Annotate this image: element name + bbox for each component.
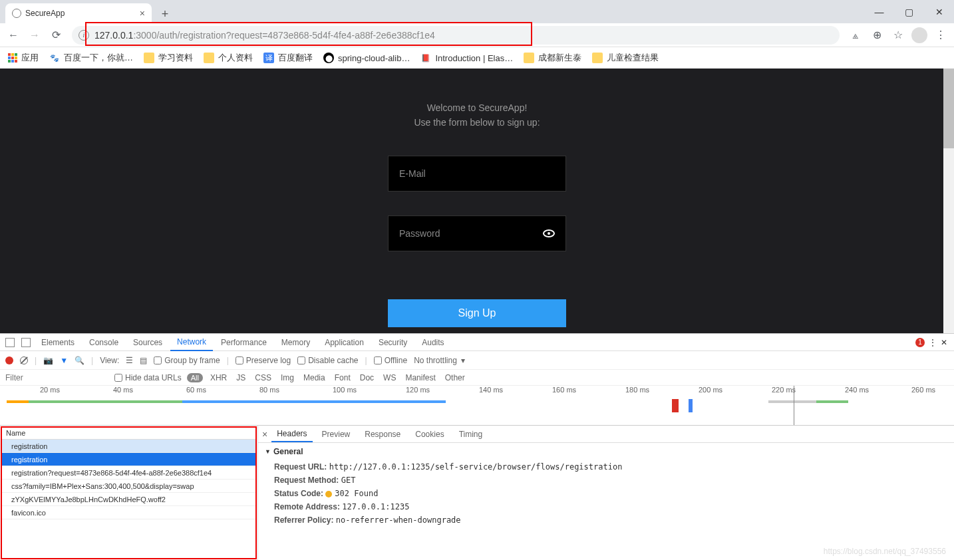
throttle-select[interactable]: No throttling ▾ (414, 356, 465, 365)
request-list-panel: Name registration registration registrat… (1, 426, 257, 559)
folder-icon (144, 53, 154, 63)
request-row[interactable]: css?family=IBM+Plex+Sans:300,400,500&dis… (2, 480, 255, 493)
record-icon[interactable] (5, 356, 13, 364)
tab-memory[interactable]: Memory (275, 334, 317, 351)
request-list: registration registration registration?r… (2, 440, 255, 558)
detail-tab-preview[interactable]: Preview (317, 427, 356, 442)
tab-performance[interactable]: Performance (214, 334, 273, 351)
filter-input[interactable] (3, 372, 109, 384)
password-field[interactable]: Password (388, 215, 566, 251)
detail-panel: × Headers Preview Response Cookies Timin… (257, 426, 954, 560)
detail-tabs: × Headers Preview Response Cookies Timin… (258, 426, 954, 443)
tab-network[interactable]: Network (170, 334, 213, 351)
detail-tab-timing[interactable]: Timing (454, 427, 488, 442)
filter-row: Hide data URLs All XHR JS CSS Img Media … (0, 370, 954, 386)
zoom-icon[interactable]: ⊕ (869, 29, 885, 41)
inspect-icon[interactable] (5, 338, 15, 347)
menu-icon[interactable]: ⋮ (933, 29, 949, 41)
detail-tab-response[interactable]: Response (359, 427, 406, 442)
filter-all[interactable]: All (187, 373, 203, 382)
profile-icon[interactable] (911, 27, 927, 43)
url-bar[interactable]: i 127.0.0.1 :3000/auth/registration?requ… (72, 26, 840, 45)
email-field[interactable]: E-Mail (388, 156, 566, 192)
tab-console[interactable]: Console (82, 334, 125, 351)
site-info-icon[interactable]: i (79, 30, 89, 41)
general-heading[interactable]: General (265, 447, 947, 456)
tab-audits[interactable]: Audits (415, 334, 450, 351)
close-detail-icon[interactable]: × (262, 429, 267, 440)
filter-font[interactable]: Font (333, 373, 353, 382)
filter-css[interactable]: CSS (253, 373, 273, 382)
tab-elements[interactable]: Elements (35, 334, 81, 351)
tab-application[interactable]: Application (318, 334, 371, 351)
scrollbar[interactable] (943, 69, 954, 333)
request-row[interactable]: zYXgKVElMYYaJe8bpLHnCwDKhdHeFQ.woff2 (2, 493, 255, 506)
url-path: :3000/auth/registration?request=4873e868… (133, 30, 434, 41)
bookmark-item[interactable]: 个人资料 (204, 52, 253, 64)
reload-button[interactable]: ⟳ (48, 27, 64, 43)
hide-data-checkbox[interactable]: Hide data URLs (114, 373, 182, 382)
more-icon[interactable]: ⋮ (929, 338, 937, 347)
filter-icon[interactable]: ▼ (60, 356, 68, 365)
bookmark-item[interactable]: ⬤spring-cloud-alib… (323, 53, 410, 63)
tab-sources[interactable]: Sources (126, 334, 169, 351)
filter-other[interactable]: Other (443, 373, 467, 382)
forward-button[interactable]: → (27, 27, 43, 43)
preserve-checkbox[interactable]: Preserve log (236, 356, 291, 365)
filter-xhr[interactable]: XHR (208, 373, 229, 382)
bookmark-item[interactable]: 📕Introduction | Elas… (420, 53, 513, 63)
device-icon[interactable] (21, 338, 31, 347)
clear-icon[interactable] (20, 356, 28, 364)
status-dot-icon (325, 491, 332, 497)
maximize-button[interactable]: ▢ (894, 0, 924, 23)
request-row[interactable]: registration (2, 440, 255, 453)
request-row[interactable]: favicon.ico (2, 506, 255, 519)
filter-js[interactable]: JS (234, 373, 247, 382)
request-row[interactable]: registration (2, 453, 255, 466)
welcome-text: Welcome to SecureApp! Use the form below… (414, 100, 540, 130)
error-badge[interactable]: 1 (915, 338, 925, 347)
translate-icon: 译 (263, 53, 274, 63)
filter-media[interactable]: Media (301, 373, 327, 382)
filter-manifest[interactable]: Manifest (403, 373, 437, 382)
browser-tab[interactable]: SecureApp × (5, 3, 152, 23)
tab-security[interactable]: Security (372, 334, 414, 351)
tab-close-icon[interactable]: × (140, 8, 145, 19)
network-timeline[interactable]: 20 ms 40 ms 60 ms 80 ms 100 ms 120 ms 14… (0, 386, 954, 426)
detail-tab-cookies[interactable]: Cookies (410, 427, 449, 442)
filter-img[interactable]: Img (279, 373, 296, 382)
translate-icon[interactable]: ⟁ (848, 29, 864, 41)
scrollbar-thumb[interactable] (943, 69, 954, 148)
filter-doc[interactable]: Doc (358, 373, 376, 382)
back-button[interactable]: ← (5, 27, 21, 43)
book-icon: 📕 (420, 53, 431, 63)
bookmark-item[interactable]: 🐾百度一下，你就… (49, 52, 133, 64)
group-checkbox[interactable]: Group by frame (154, 356, 220, 365)
bookmark-item[interactable]: 成都新生泰 (524, 52, 581, 64)
bookmark-item[interactable]: 学习资料 (144, 52, 193, 64)
camera-icon[interactable]: 📷 (43, 356, 53, 365)
minimize-button[interactable]: — (864, 0, 894, 23)
detail-tab-headers[interactable]: Headers (271, 426, 312, 442)
apps-button[interactable]: 应用 (8, 52, 39, 64)
close-button[interactable]: ✕ (924, 0, 954, 23)
search-icon[interactable]: 🔍 (75, 356, 84, 365)
disable-cache-checkbox[interactable]: Disable cache (297, 356, 358, 365)
request-row[interactable]: registration?request=4873e868-5d4f-4fe4-… (2, 466, 255, 480)
offline-checkbox[interactable]: Offline (374, 356, 407, 365)
signup-button[interactable]: Sign Up (388, 299, 566, 327)
devtools-close-icon[interactable]: ✕ (941, 338, 947, 347)
new-tab-button[interactable]: + (156, 5, 174, 23)
star-icon[interactable]: ☆ (890, 29, 906, 41)
view-list-icon[interactable]: ☰ (126, 356, 133, 365)
eye-icon[interactable] (543, 229, 555, 237)
tab-strip: SecureApp × + — ▢ ✕ (0, 0, 954, 23)
filter-ws[interactable]: WS (381, 373, 398, 382)
view-large-icon[interactable]: ▤ (140, 356, 147, 365)
bookmark-item[interactable]: 译百度翻译 (263, 52, 313, 64)
folder-icon (204, 53, 214, 63)
globe-icon (12, 9, 21, 18)
detail-body: General Request URL: http://127.0.0.1:12… (258, 443, 954, 560)
bookmark-item[interactable]: 儿童检查结果 (592, 52, 659, 64)
tab-title: SecureApp (25, 9, 65, 18)
